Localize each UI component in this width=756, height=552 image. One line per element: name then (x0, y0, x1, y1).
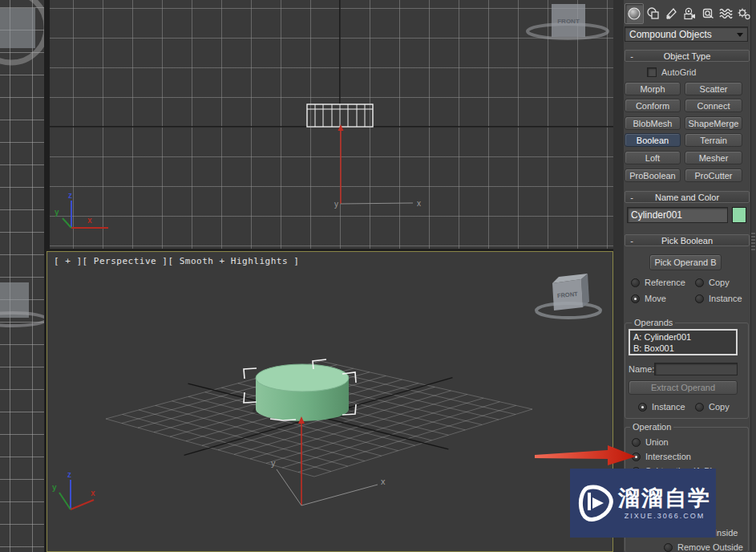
systems-icon[interactable] (735, 4, 753, 23)
operand-b[interactable]: B: Box001 (633, 343, 733, 354)
create-category-row (625, 2, 753, 24)
reference-radio[interactable] (631, 278, 640, 287)
button-morph[interactable]: Morph (625, 82, 681, 95)
autogrid-checkbox[interactable] (647, 67, 657, 77)
geometry-icon[interactable] (625, 3, 644, 24)
button-conform[interactable]: Conform (625, 99, 681, 112)
shapes-icon[interactable] (645, 4, 662, 23)
cylinder-wireframe[interactable] (307, 104, 373, 127)
button-connect[interactable]: Connect (685, 99, 742, 112)
move-radio[interactable] (631, 294, 640, 303)
svg-text:y: y (55, 208, 59, 217)
button-scatter[interactable]: Scatter (685, 82, 742, 95)
collapse-icon[interactable]: - (625, 193, 638, 202)
dropdown-arrow-icon[interactable] (737, 33, 743, 37)
button-shapemerge[interactable]: ShapeMerge (685, 116, 742, 130)
watermark-url-text: zixue.3066.com (625, 512, 705, 520)
operands-list[interactable]: A: Cylinder001 B: Box001 (629, 329, 738, 355)
helpers-icon[interactable] (699, 4, 717, 23)
radio-remove-outside[interactable]: Remove Outside (664, 542, 743, 552)
svg-text:z: z (67, 470, 71, 479)
axis-tripod: z x y (55, 191, 108, 228)
operand-a[interactable]: A: Cylinder001 (633, 331, 733, 343)
operation-title: Operation (630, 422, 673, 432)
axis-tripod: z x y (52, 470, 95, 509)
viewcube[interactable]: FRONT (528, 4, 608, 39)
gizmo-y-label: y (271, 458, 276, 468)
play-logo-icon (578, 483, 615, 523)
object-name-field[interactable]: Cylinder001 (627, 207, 728, 223)
dropdown-value: Compound Objects (629, 29, 712, 40)
autogrid-label: AutoGrid (661, 67, 696, 77)
svg-text:x: x (87, 216, 92, 225)
radio-copy[interactable]: Copy (695, 278, 730, 287)
button-terrain[interactable]: Terrain (685, 133, 742, 147)
button-proboolean[interactable]: ProBoolean (625, 168, 681, 182)
annotation-arrow (529, 440, 645, 472)
viewcube-face[interactable] (0, 8, 35, 48)
cameras-icon[interactable] (681, 4, 698, 23)
object-color-swatch[interactable] (732, 207, 746, 223)
collapse-icon[interactable]: - (625, 236, 638, 246)
perspective-viewport[interactable]: y x z x y FRONT [ + ][ Perspective ][ Sm… (46, 251, 613, 552)
button-mesher[interactable]: Mesher (685, 151, 742, 164)
cylinder-object[interactable] (256, 364, 349, 421)
pick-operand-b-button[interactable]: Pick Operand B (649, 254, 722, 270)
space-warps-icon[interactable] (718, 4, 735, 23)
operands-title: Operands (632, 318, 675, 327)
panel-scrollbar-grip[interactable] (751, 233, 755, 250)
svg-text:x: x (91, 489, 95, 497)
lights-icon[interactable] (662, 4, 680, 23)
button-boolean[interactable]: Boolean (625, 133, 681, 147)
rollout-object-type[interactable]: - Object Type (625, 50, 750, 62)
svg-text:z: z (68, 191, 72, 200)
front-viewport[interactable]: y x z x y FRONT (50, 0, 613, 249)
copy-radio[interactable] (695, 278, 704, 287)
collapse-icon[interactable]: - (625, 51, 638, 61)
transform-gizmo[interactable] (338, 124, 414, 204)
viewcube-front-label: FRONT (557, 18, 580, 25)
perspective-scene: y x z x y FRONT (47, 252, 612, 551)
button-blobmesh[interactable]: BlobMesh (625, 116, 681, 130)
autogrid-row: AutoGrid (647, 67, 696, 77)
viewcube[interactable]: FRONT (536, 274, 600, 318)
radio-reference[interactable]: Reference (631, 278, 685, 287)
watermark-cn-text: 溜溜自学 (618, 487, 711, 509)
radio-instance[interactable]: Instance (695, 294, 742, 303)
extract-operand-button[interactable]: Extract Operand (629, 380, 738, 395)
front-viewport-scene: y x z x y FRONT (50, 0, 613, 249)
left-viewport-overlay (0, 0, 44, 552)
button-loft[interactable]: Loft (625, 151, 681, 164)
instance-radio[interactable] (695, 294, 704, 303)
svg-text:y: y (52, 483, 57, 492)
panel-scrollbar[interactable] (750, 0, 756, 552)
rollout-pick-boolean[interactable]: - Pick Boolean (625, 234, 750, 246)
radio-move[interactable]: Move (631, 294, 666, 303)
gizmo-x-label: x (417, 199, 421, 208)
rollout-name-and-color[interactable]: - Name and Color (625, 191, 750, 203)
category-dropdown[interactable]: Compound Objects (625, 26, 748, 42)
viewport-label[interactable]: [ + ][ Perspective ][ Smooth + Highlight… (54, 256, 299, 266)
radio-operand-copy[interactable]: Copy (695, 402, 730, 412)
button-procutter[interactable]: ProCutter (685, 168, 742, 182)
name-label: Name: (629, 364, 654, 374)
left-viewport-partial[interactable] (0, 0, 44, 552)
watermark: 溜溜自学 zixue.3066.com (570, 469, 716, 538)
3dsmax-window: y x z x y FRONT (0, 0, 756, 552)
operand-name-input[interactable] (654, 363, 738, 375)
operand-instance-radio[interactable] (638, 403, 647, 412)
radio-operand-instance[interactable]: Instance (638, 402, 685, 412)
gizmo-x-label: x (381, 477, 386, 486)
operand-copy-radio[interactable] (695, 403, 704, 412)
remove-outside-radio[interactable] (664, 543, 673, 552)
gizmo-y-label: y (334, 200, 338, 209)
